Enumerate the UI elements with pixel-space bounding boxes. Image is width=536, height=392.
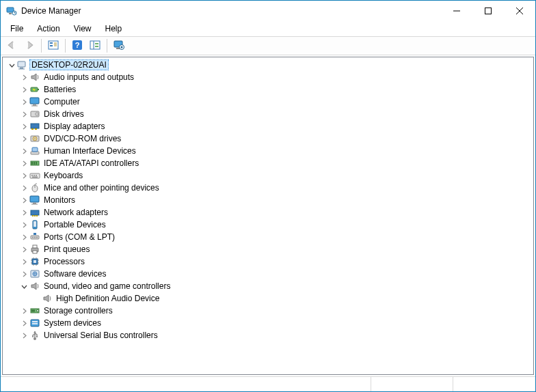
tree-node[interactable]: Keyboards <box>3 169 533 182</box>
chevron-right-icon[interactable] <box>19 195 29 205</box>
tree-node[interactable]: Portable Devices <box>3 219 533 231</box>
toolbar-extra-button[interactable] <box>87 38 103 53</box>
tree-node[interactable]: Computer <box>3 96 533 108</box>
tree-node-label: Portable Devices <box>42 220 107 229</box>
titlebar: Device Manager <box>1 1 535 21</box>
menu-help[interactable]: Help <box>98 23 129 35</box>
svg-rect-49 <box>33 203 36 204</box>
menu-view[interactable]: View <box>67 23 98 35</box>
chevron-right-icon[interactable] <box>19 85 29 94</box>
chevron-right-icon[interactable] <box>19 146 29 156</box>
close-button[interactable] <box>504 1 535 21</box>
window-controls <box>441 1 535 21</box>
svg-rect-23 <box>30 98 39 104</box>
status-panel-1 <box>371 377 453 391</box>
tree-node[interactable]: Batteries <box>3 83 533 96</box>
tree-node[interactable]: Sound, video and game controllers <box>3 280 533 292</box>
speaker-icon <box>29 281 41 292</box>
status-panel-2 <box>453 377 535 391</box>
tree-node[interactable]: DESKTOP-02R2UAI <box>3 59 533 71</box>
svg-rect-35 <box>31 152 39 154</box>
menu-file[interactable]: File <box>3 23 30 35</box>
tree-node-label: Print queues <box>42 244 91 254</box>
svg-rect-54 <box>36 215 38 216</box>
chevron-right-icon[interactable] <box>19 318 29 328</box>
tree-node[interactable]: High Definition Audio Device <box>3 292 533 305</box>
tree-node[interactable]: Disk drives <box>3 108 533 120</box>
tree-node[interactable]: Network adapters <box>3 206 533 219</box>
chevron-right-icon[interactable] <box>19 220 29 229</box>
tree-node-label: Disk drives <box>42 109 85 119</box>
tree-node[interactable]: DVD/CD-ROM drives <box>3 132 533 145</box>
chevron-right-icon[interactable] <box>19 158 29 168</box>
tree-node[interactable]: Ports (COM & LPT) <box>3 231 533 243</box>
svg-rect-42 <box>31 175 33 176</box>
tree-node-label: Sound, video and game controllers <box>42 281 172 291</box>
tree-node[interactable]: Print queues <box>3 243 533 255</box>
chevron-right-icon[interactable] <box>19 257 29 266</box>
tree-node-label: System devices <box>42 318 103 328</box>
optical-drive-icon <box>29 133 41 144</box>
tree-node[interactable]: Software devices <box>3 268 533 280</box>
back-button <box>3 38 20 53</box>
printer-icon <box>29 244 41 255</box>
svg-rect-48 <box>30 196 39 202</box>
tree-node[interactable]: Mice and other pointing devices <box>3 182 533 194</box>
tree-node[interactable]: Storage controllers <box>3 305 533 317</box>
chevron-down-icon[interactable] <box>7 60 16 70</box>
disk-icon <box>29 109 41 120</box>
chevron-right-icon[interactable] <box>19 97 29 107</box>
svg-rect-10 <box>90 41 100 49</box>
tree-node[interactable]: Human Interface Devices <box>3 145 533 157</box>
show-hide-tree-button[interactable] <box>45 38 62 53</box>
svg-rect-29 <box>31 124 39 128</box>
tree-node[interactable]: Processors <box>3 255 533 268</box>
svg-rect-83 <box>32 323 38 324</box>
status-panel-main <box>1 377 371 391</box>
tree-node[interactable]: Monitors <box>3 194 533 206</box>
svg-rect-62 <box>34 233 36 235</box>
tree-node-label: DVD/CD-ROM drives <box>42 134 122 143</box>
chevron-down-icon[interactable] <box>19 281 29 291</box>
chevron-right-icon[interactable] <box>19 109 29 119</box>
tree-node[interactable]: Audio inputs and outputs <box>3 71 533 83</box>
svg-rect-25 <box>31 106 38 107</box>
svg-rect-24 <box>33 104 36 106</box>
chevron-right-icon[interactable] <box>19 306 29 316</box>
chevron-right-icon[interactable] <box>19 122 29 131</box>
window-title: Device Manager <box>21 6 441 16</box>
maximize-button[interactable] <box>472 1 504 21</box>
statusbar <box>1 376 535 391</box>
chevron-right-icon[interactable] <box>19 134 29 143</box>
tree-node[interactable]: Universal Serial Bus controllers <box>3 329 533 341</box>
device-tree[interactable]: DESKTOP-02R2UAIAudio inputs and outputsB… <box>2 57 534 375</box>
monitor-icon <box>29 96 41 107</box>
chevron-right-icon[interactable] <box>19 331 29 340</box>
tree-node[interactable]: Display adapters <box>3 120 533 132</box>
menu-action[interactable]: Action <box>30 23 66 35</box>
console-tree-icon <box>48 40 59 53</box>
svg-point-28 <box>36 113 38 115</box>
chevron-right-icon[interactable] <box>19 232 29 242</box>
help-button[interactable]: ? <box>69 38 85 53</box>
chevron-right-icon[interactable] <box>19 269 29 279</box>
chevron-right-icon[interactable] <box>19 183 29 193</box>
chevron-right-icon[interactable] <box>19 244 29 254</box>
svg-rect-40 <box>36 162 37 165</box>
svg-rect-22 <box>38 89 39 90</box>
svg-rect-38 <box>31 162 33 165</box>
portable-device-icon <box>29 219 41 230</box>
svg-point-86 <box>32 336 34 337</box>
scan-hardware-button[interactable] <box>111 38 127 53</box>
computer-root-icon <box>16 59 29 70</box>
chevron-right-icon[interactable] <box>19 208 29 217</box>
chevron-right-icon[interactable] <box>19 171 29 180</box>
tree-node[interactable]: IDE ATA/ATAPI controllers <box>3 157 533 169</box>
svg-rect-51 <box>31 210 39 215</box>
speaker-icon <box>29 72 41 83</box>
tree-node-label: High Definition Audio Device <box>55 294 161 303</box>
tree-node[interactable]: System devices <box>3 317 533 329</box>
svg-rect-44 <box>36 175 37 176</box>
minimize-button[interactable] <box>441 1 472 21</box>
chevron-right-icon[interactable] <box>19 72 29 82</box>
